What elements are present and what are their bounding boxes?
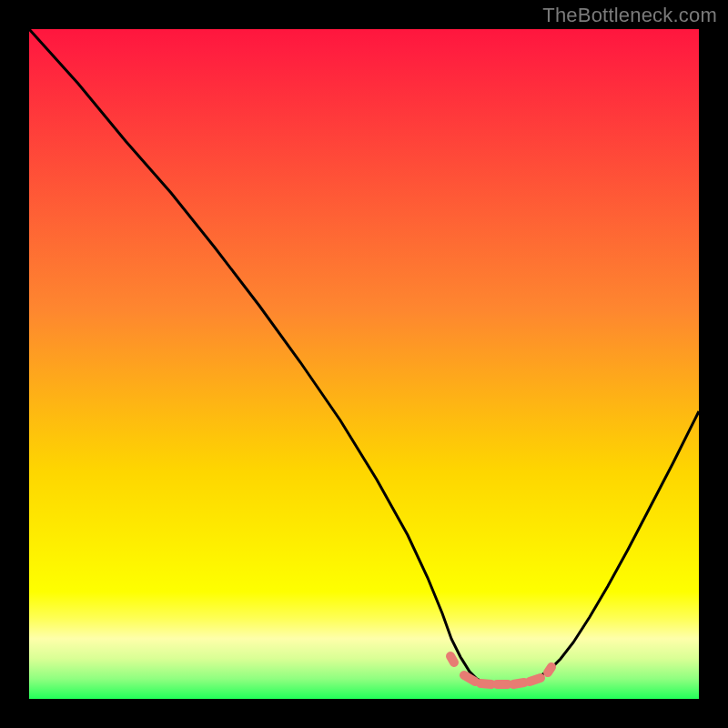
- svg-line-6: [548, 667, 551, 672]
- svg-line-5: [530, 678, 541, 682]
- attribution-text: TheBottleneck.com: [542, 4, 717, 27]
- svg-line-1: [464, 675, 475, 682]
- svg-line-2: [480, 683, 491, 684]
- chart-container: TheBottleneck.com: [0, 0, 728, 728]
- svg-line-0: [450, 656, 454, 662]
- bottleneck-chart: [0, 0, 728, 728]
- plot-area: [29, 29, 699, 699]
- svg-line-4: [513, 682, 524, 684]
